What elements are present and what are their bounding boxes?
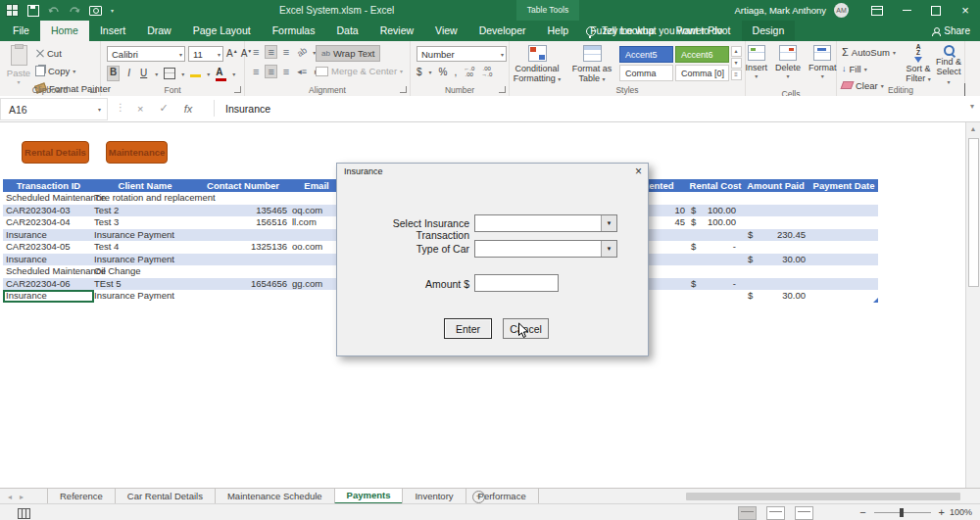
italic-button[interactable]: I — [125, 67, 132, 80]
ribbon-tab[interactable]: Design — [742, 21, 796, 41]
header-contact-number[interactable]: Contact Number — [196, 179, 290, 192]
cell-transaction-id[interactable]: Insurance — [3, 254, 94, 266]
fill-color-dropdown-icon[interactable]: ▾ — [207, 71, 210, 77]
cell-transaction-id[interactable]: Scheduled Maintenance — [3, 192, 94, 205]
combo-dropdown-icon[interactable]: ▼ — [601, 241, 616, 257]
gallery-more-icon[interactable]: ≡ — [731, 70, 742, 80]
header-email[interactable]: Email — [290, 179, 343, 192]
underline-button[interactable]: U — [138, 67, 149, 80]
ribbon-tab[interactable]: Data — [325, 21, 368, 41]
cell-rental-cost[interactable] — [689, 290, 742, 303]
zoom-out-icon[interactable]: − — [859, 505, 865, 519]
ribbon-tab[interactable]: Page Layout — [182, 21, 262, 41]
increase-font-size-icon[interactable]: A▲ — [226, 48, 238, 59]
ribbon-tab[interactable]: Home — [40, 21, 89, 41]
cell-contact-number[interactable] — [196, 192, 290, 205]
cell-client-name[interactable]: Oil Change — [94, 265, 196, 278]
confirm-entry-icon[interactable]: ✓ — [159, 102, 168, 115]
ribbon-tab[interactable]: View — [424, 21, 468, 41]
page-break-view-icon[interactable] — [795, 506, 813, 520]
comma-style-icon[interactable]: , — [454, 67, 457, 77]
align-center-icon[interactable]: ≡ — [265, 65, 276, 78]
cell-style-swatch[interactable]: Accent6 — [675, 46, 729, 63]
user-name[interactable]: Artiaga, Mark Anthony — [735, 5, 826, 16]
save-icon[interactable] — [27, 5, 39, 17]
macro-record-icon[interactable] — [18, 508, 30, 519]
accounting-dropdown-icon[interactable]: ▾ — [429, 69, 432, 75]
fill-color-icon[interactable] — [190, 69, 201, 79]
cell-amount-paid[interactable] — [742, 265, 809, 278]
ribbon-tab[interactable]: Review — [369, 21, 424, 41]
format-as-table-button[interactable]: Format asTable ▾ — [566, 45, 617, 84]
vertical-scroll-thumb[interactable] — [968, 138, 979, 287]
cell-payment-date[interactable] — [809, 229, 878, 242]
cell-email[interactable] — [290, 290, 343, 303]
header-transaction-id[interactable]: Transaction ID — [3, 179, 94, 192]
sheet-tab[interactable]: Maintenance Schedule — [215, 489, 334, 504]
header-rental-cost[interactable]: Rental Cost — [689, 179, 742, 192]
table-resize-handle[interactable] — [873, 293, 878, 303]
maintenance-button[interactable]: Maintenance — [106, 141, 168, 164]
header-payment-date[interactable]: Payment Date — [809, 179, 878, 192]
cell-email[interactable]: oo.com — [290, 241, 343, 254]
cell-transaction-id[interactable]: Insurance — [3, 229, 94, 242]
ribbon-tab[interactable]: Draw — [136, 21, 182, 41]
ribbon-tab[interactable]: Developer — [468, 21, 537, 41]
cell-payment-date[interactable] — [809, 205, 878, 217]
zoom-slider-thumb[interactable] — [900, 508, 904, 517]
sheet-nav-right-icon[interactable]: ▸ — [20, 493, 24, 501]
sheet-tab[interactable]: Payments — [334, 489, 403, 504]
cell-amount-paid[interactable] — [742, 278, 809, 291]
vertical-scrollbar[interactable]: ▲ — [965, 122, 980, 488]
cell-contact-number[interactable]: 1654656 — [196, 278, 290, 291]
cell-email[interactable] — [290, 192, 343, 205]
share-button[interactable]: Share — [932, 21, 970, 41]
undo-icon[interactable] — [48, 6, 60, 16]
percent-style-icon[interactable]: % — [439, 67, 448, 77]
cell-client-name[interactable]: Insurance Payment — [94, 254, 196, 266]
horizontal-scroll-thumb[interactable] — [686, 493, 960, 500]
merge-center-button[interactable]: Merge & Center ▾ — [316, 66, 403, 76]
zoom-level[interactable]: 100% — [950, 507, 972, 517]
cell-amount-paid[interactable]: $230.45 — [742, 229, 809, 242]
cell-amount-paid[interactable]: $30.00 — [742, 290, 809, 303]
underline-dropdown-icon[interactable]: ▾ — [155, 71, 158, 77]
cell-amount-paid[interactable] — [742, 241, 809, 254]
maximize-button[interactable] — [921, 0, 951, 21]
font-dialog-launcher[interactable] — [234, 86, 241, 93]
cell-contact-number[interactable] — [196, 265, 290, 278]
cell-contact-number[interactable] — [196, 229, 290, 242]
autosum-button[interactable]: ΣAutoSum▾ — [842, 45, 896, 59]
cell-amount-paid[interactable] — [742, 205, 809, 217]
collapse-ribbon-button[interactable] — [964, 84, 972, 92]
combo-dropdown-icon[interactable]: ▼ — [601, 215, 616, 231]
ribbon-tab[interactable]: Insert — [89, 21, 136, 41]
sheet-tab[interactable]: Reference — [47, 489, 115, 504]
bold-button[interactable]: B — [107, 66, 120, 81]
cell-rental-cost[interactable]: $100.00 — [689, 205, 742, 217]
accounting-format-icon[interactable]: $ — [416, 67, 422, 77]
cell-payment-date[interactable] — [809, 278, 878, 291]
qat-customize-icon[interactable]: ▾ — [111, 7, 114, 14]
cell-payment-date[interactable] — [809, 241, 878, 254]
font-family-combo[interactable]: Calibri▾ — [107, 46, 185, 62]
minimize-button[interactable] — [892, 0, 921, 21]
amount-input[interactable] — [474, 274, 559, 292]
borders-dropdown-icon[interactable]: ▾ — [181, 71, 184, 77]
align-top-icon[interactable]: ≡ — [251, 45, 261, 59]
sort-filter-button[interactable]: AZ Sort &Filter ▾ — [904, 44, 933, 84]
sheet-tab[interactable]: Car Rental Details — [115, 489, 215, 504]
cell-payment-date[interactable] — [809, 265, 878, 278]
number-format-combo[interactable]: Number▾ — [416, 46, 507, 62]
cell-contact-number[interactable]: 1325136 — [196, 241, 290, 254]
borders-icon[interactable] — [164, 68, 175, 79]
cell-contact-number[interactable] — [196, 290, 290, 303]
cell-client-name[interactable]: Insurance Payment — [94, 290, 196, 303]
font-color-icon[interactable]: A — [216, 67, 226, 81]
ribbon-tab[interactable]: Formulas — [262, 21, 326, 41]
copy-button[interactable]: Copy▾ — [35, 64, 111, 77]
align-right-icon[interactable]: ≡ — [281, 65, 291, 78]
cell-client-name[interactable]: Test 2 — [94, 205, 196, 217]
header-client-name[interactable]: Client Name — [94, 179, 196, 192]
scroll-up-icon[interactable]: ▲ — [966, 122, 980, 136]
